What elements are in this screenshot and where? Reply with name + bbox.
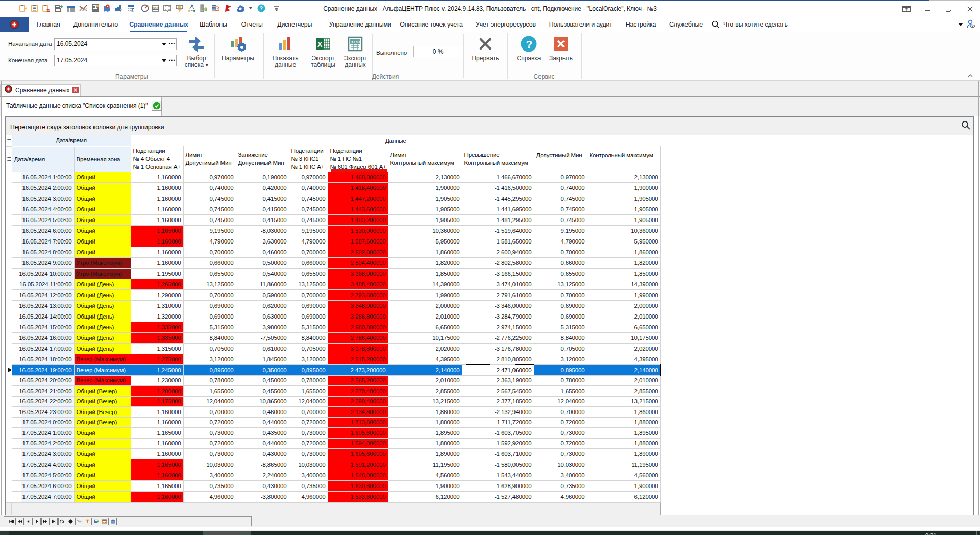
svg-text:XLSX: XLSX — [351, 40, 361, 44]
svg-text:?: ? — [526, 38, 533, 50]
svg-text:?: ? — [260, 5, 263, 11]
svg-text:Σ: Σ — [120, 8, 123, 12]
svg-text:X: X — [317, 40, 323, 48]
svg-text:Σ: Σ — [131, 8, 134, 12]
svg-text:XML: XML — [153, 7, 159, 10]
